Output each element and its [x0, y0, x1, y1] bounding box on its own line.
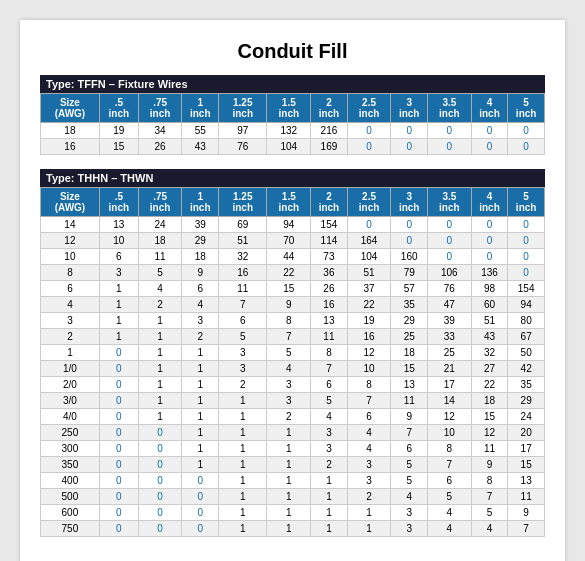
table-cell: 3 [391, 521, 428, 537]
table-row: 161526437610416900000 [41, 139, 545, 155]
table-cell: 0 [508, 123, 545, 139]
table-cell: 9 [508, 505, 545, 521]
table-cell: 16 [41, 139, 100, 155]
table-cell: 51 [347, 265, 391, 281]
table-cell: 1 [99, 329, 138, 345]
table-cell: 1 [311, 505, 348, 521]
table-cell: 24 [138, 217, 182, 233]
table-cell: 3 [267, 377, 311, 393]
col-header-8: 3 inch [391, 94, 428, 123]
col-header-5: 1.5 inch [267, 188, 311, 217]
table-cell: 97 [219, 123, 267, 139]
col-header-2: .75 inch [138, 188, 182, 217]
table-cell: 0 [428, 233, 472, 249]
table-cell: 67 [508, 329, 545, 345]
table-cell: 2 [41, 329, 100, 345]
table-row: 1061118324473104160000 [41, 249, 545, 265]
table-cell: 1 [99, 281, 138, 297]
table-cell: 73 [311, 249, 348, 265]
table-cell: 3 [311, 425, 348, 441]
table-cell: 8 [428, 441, 472, 457]
table-cell: 0 [428, 249, 472, 265]
table-tffn: Size (AWG).5 inch.75 inch1 inch1.25 inch… [40, 93, 545, 155]
table-cell: 79 [391, 265, 428, 281]
table-cell: 26 [138, 139, 182, 155]
table-row: 614611152637577698154 [41, 281, 545, 297]
table-cell: 1 [99, 313, 138, 329]
table-cell: 1 [311, 473, 348, 489]
table-cell: 12 [428, 409, 472, 425]
table-cell: 4 [311, 409, 348, 425]
table-cell: 10 [347, 361, 391, 377]
table-cell: 15 [471, 409, 508, 425]
table-row: 3000011134681117 [41, 441, 545, 457]
table-cell: 0 [508, 249, 545, 265]
table-cell: 0 [347, 139, 391, 155]
table-cell: 29 [391, 313, 428, 329]
table-cell: 51 [219, 233, 267, 249]
table-cell: 18 [391, 345, 428, 361]
table-cell: 50 [508, 345, 545, 361]
table-cell: 3 [347, 473, 391, 489]
table-cell: 1 [182, 393, 219, 409]
table-cell: 1 [267, 521, 311, 537]
table-cell: 13 [508, 473, 545, 489]
table-cell: 24 [508, 409, 545, 425]
table-cell: 0 [138, 457, 182, 473]
section-thhn: Type: THHN – THWN Size (AWG).5 inch.75 i… [40, 169, 545, 537]
table-cell: 1 [219, 457, 267, 473]
table-cell: 0 [138, 441, 182, 457]
section-tffn-header: Type: TFFN – Fixture Wires [40, 75, 545, 93]
table-cell: 0 [138, 473, 182, 489]
table-cell: 98 [471, 281, 508, 297]
col-header-7: 2.5 inch [347, 188, 391, 217]
table-cell: 0 [471, 123, 508, 139]
table-cell: 1 [138, 313, 182, 329]
table-row: 311368131929395180 [41, 313, 545, 329]
table-cell: 3 [99, 265, 138, 281]
table-cell: 34 [138, 123, 182, 139]
table-cell: 250 [41, 425, 100, 441]
table-cell: 15 [267, 281, 311, 297]
table-cell: 7 [428, 457, 472, 473]
col-header-6: 2 inch [311, 188, 348, 217]
table-cell: 0 [471, 217, 508, 233]
section-tffn: Type: TFFN – Fixture Wires Size (AWG).5 … [40, 75, 545, 155]
table-cell: 1 [219, 505, 267, 521]
table-cell: 1 [138, 409, 182, 425]
table-cell: 0 [182, 521, 219, 537]
table-cell: 1/0 [41, 361, 100, 377]
table-row: 75000011113447 [41, 521, 545, 537]
table-cell: 6 [347, 409, 391, 425]
table-cell: 1 [267, 473, 311, 489]
col-header-3: 1 inch [182, 188, 219, 217]
table-cell: 2 [138, 297, 182, 313]
col-header-0: Size (AWG) [41, 188, 100, 217]
table-cell: 25 [428, 345, 472, 361]
table-cell: 1 [182, 409, 219, 425]
table-cell: 300 [41, 441, 100, 457]
table-cell: 0 [347, 217, 391, 233]
table-cell: 2 [267, 409, 311, 425]
table-cell: 0 [99, 409, 138, 425]
table-cell: 2 [347, 489, 391, 505]
page: Conduit Fill Type: TFFN – Fixture Wires … [20, 20, 565, 561]
table-cell: 114 [311, 233, 348, 249]
table-thhn-header-row: Size (AWG).5 inch.75 inch1 inch1.25 inch… [41, 188, 545, 217]
table-cell: 76 [219, 139, 267, 155]
table-cell: 154 [508, 281, 545, 297]
table-cell: 21 [428, 361, 472, 377]
col-header-0: Size (AWG) [41, 94, 100, 123]
table-cell: 6 [428, 473, 472, 489]
table-cell: 55 [182, 123, 219, 139]
table-cell: 8 [311, 345, 348, 361]
table-cell: 10 [41, 249, 100, 265]
table-cell: 27 [471, 361, 508, 377]
table-cell: 0 [99, 425, 138, 441]
table-cell: 20 [508, 425, 545, 441]
table-cell: 11 [391, 393, 428, 409]
table-cell: 22 [471, 377, 508, 393]
table-cell: 16 [219, 265, 267, 281]
table-cell: 2 [219, 377, 267, 393]
table-cell: 6 [219, 313, 267, 329]
